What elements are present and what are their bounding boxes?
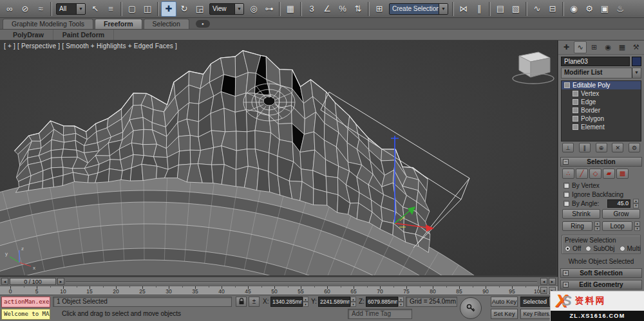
- shrink-button[interactable]: Shrink: [562, 209, 600, 219]
- chevron-down-icon[interactable]: ▼: [439, 4, 448, 14]
- configure-modifier-sets-button[interactable]: ⚙: [629, 143, 640, 152]
- select-and-scale-icon[interactable]: ◲: [192, 1, 207, 17]
- collapse-icon[interactable]: −: [563, 159, 569, 165]
- ribbon-tab-freeform[interactable]: Freeform: [95, 19, 142, 29]
- snaps-toggle-icon[interactable]: 3: [304, 1, 319, 17]
- set-keys-button[interactable]: [460, 297, 482, 319]
- unlink-selection-icon[interactable]: ⊘: [17, 1, 33, 17]
- element-subobject-button[interactable]: ▩: [616, 169, 629, 179]
- ribbon-tab-graphite-modeling-tools[interactable]: Graphite Modeling Tools: [3, 19, 93, 29]
- chevron-down-icon[interactable]: ▼: [632, 68, 641, 78]
- by-vertex-checkbox[interactable]: By Vertex: [558, 181, 644, 190]
- perspective-viewport[interactable]: xyz [ + ] [ Perspective ] [ Smooth + Hig…: [0, 41, 558, 277]
- polygon-subobject-button[interactable]: ▰: [603, 169, 615, 179]
- named-selection-sets-dropdown[interactable]: Create Selection Se▼: [389, 3, 448, 15]
- coord-y-field[interactable]: 2241.589mm: [318, 297, 350, 307]
- layer-manager-icon[interactable]: ▤: [493, 1, 508, 17]
- ribbon-tab-selection[interactable]: Selection: [144, 19, 189, 29]
- use-pivot-point-center-icon[interactable]: ◎: [246, 1, 261, 17]
- render-setup-icon[interactable]: ⚙: [582, 1, 597, 17]
- coord-z-field[interactable]: 6079.885mm: [366, 297, 398, 307]
- grow-button[interactable]: Grow: [602, 209, 640, 219]
- absolute-offset-toggle-icon[interactable]: ±: [249, 297, 260, 307]
- select-and-move-icon[interactable]: ✚: [161, 1, 176, 17]
- select-and-rotate-icon[interactable]: ↻: [176, 1, 192, 17]
- render-production-icon[interactable]: ♨: [612, 1, 628, 17]
- auto-key-button[interactable]: Auto Key: [491, 297, 518, 307]
- ignore-backfacing-checkbox[interactable]: Ignore Backfacing: [558, 190, 644, 199]
- modifier-list-dropdown[interactable]: Modifier List ▼: [561, 68, 641, 78]
- select-and-manipulate-icon[interactable]: ⊶: [261, 1, 277, 17]
- loop-spinner[interactable]: ▴▾: [634, 221, 640, 231]
- stack-item-vertex[interactable]: Vertex: [562, 89, 641, 98]
- checkbox-icon[interactable]: [564, 201, 569, 206]
- select-and-link-icon[interactable]: ∞: [2, 1, 17, 17]
- preview-multi-radio[interactable]: Multi: [620, 245, 641, 252]
- edit-named-selection-sets-icon[interactable]: ⊞: [372, 1, 387, 17]
- soft-selection-rollout-header[interactable]: +Soft Selection: [560, 268, 642, 278]
- stack-item-element[interactable]: Element: [562, 123, 641, 131]
- expand-icon[interactable]: +: [563, 270, 569, 276]
- stack-item-editable-poly[interactable]: Editable Poly: [562, 81, 641, 89]
- mirror-icon[interactable]: ⋈: [456, 1, 471, 17]
- graphite-ribbon-toggle-icon[interactable]: ▧: [508, 1, 524, 17]
- slider-scroll-right-icon[interactable]: ►: [549, 278, 556, 285]
- coord-x-spinner[interactable]: ▴▾: [303, 297, 308, 307]
- display-tab[interactable]: ▦: [616, 41, 629, 53]
- object-name-field[interactable]: Plane03: [561, 57, 630, 66]
- motion-tab[interactable]: ◉: [601, 41, 615, 53]
- preview-subobj-radio[interactable]: SubObj: [585, 245, 614, 252]
- selection-rollout-header[interactable]: − Selection: [560, 157, 642, 167]
- selection-filter-dropdown[interactable]: All▼: [56, 3, 86, 15]
- coord-y-spinner[interactable]: ▴▾: [350, 297, 356, 307]
- checkbox-icon[interactable]: [564, 192, 569, 197]
- add-time-tag-field[interactable]: Add Time Tag: [348, 309, 412, 319]
- ring-button[interactable]: Ring: [562, 221, 592, 231]
- ribbon-panel-paint-deform[interactable]: Paint Deform: [53, 30, 114, 40]
- maxscript-listener-field[interactable]: Welcome to MAX!: [1, 309, 50, 320]
- chevron-down-icon[interactable]: ▼: [76, 4, 85, 14]
- selection-lock-icon[interactable]: [236, 297, 247, 307]
- time-slider[interactable]: 0 / 100: [10, 278, 56, 285]
- utilities-tab[interactable]: ⚒: [629, 41, 643, 53]
- previous-frame-icon[interactable]: ◄: [1, 278, 8, 285]
- create-tab[interactable]: ✚: [560, 41, 573, 53]
- loop-button[interactable]: Loop: [602, 221, 632, 231]
- select-by-name-icon[interactable]: ≡: [103, 1, 118, 17]
- preview-off-radio[interactable]: Off: [565, 245, 581, 252]
- rectangular-selection-region-icon[interactable]: ▢: [124, 1, 140, 17]
- make-unique-button[interactable]: ⊕: [596, 143, 607, 152]
- border-subobject-button[interactable]: ◇: [589, 169, 601, 179]
- reference-coordinate-system-dropdown[interactable]: View▼: [209, 3, 244, 15]
- by-angle-spinner[interactable]: ▴▾: [633, 199, 639, 208]
- schematic-view-icon[interactable]: ⊟: [545, 1, 560, 17]
- bind-to-space-warp-icon[interactable]: ≈: [33, 1, 48, 17]
- edit-geometry-rollout-header[interactable]: +Edit Geometry: [560, 280, 642, 289]
- set-key-button[interactable]: Set Key: [491, 309, 518, 319]
- align-icon[interactable]: ∥: [471, 1, 487, 17]
- remove-modifier-button[interactable]: ✕: [612, 143, 623, 152]
- angle-snap-icon[interactable]: ∠: [319, 1, 335, 17]
- stack-item-edge[interactable]: Edge: [562, 98, 641, 106]
- ribbon-config-button[interactable]: ●: [196, 20, 210, 28]
- stack-item-polygon[interactable]: Polygon: [562, 115, 641, 123]
- rendered-frame-window-icon[interactable]: ▣: [597, 1, 612, 17]
- ring-spinner[interactable]: ▴▾: [594, 221, 600, 231]
- hierarchy-tab[interactable]: ⊞: [587, 41, 601, 53]
- by-angle-field[interactable]: 45.0: [607, 199, 630, 208]
- object-color-swatch[interactable]: [632, 57, 641, 66]
- keyboard-shortcut-override-icon[interactable]: ▦: [283, 1, 298, 17]
- slider-scroll-left-icon[interactable]: ◄: [540, 278, 547, 285]
- stack-item-border[interactable]: Border: [562, 106, 641, 115]
- coord-z-spinner[interactable]: ▴▾: [398, 297, 404, 307]
- macro-recorder-field[interactable]: actionMan.exec: [1, 297, 50, 307]
- ribbon-panel-polydraw[interactable]: PolyDraw: [4, 30, 53, 40]
- modify-tab[interactable]: ∿: [574, 41, 587, 53]
- track-bar[interactable]: 0510152025303540455055606570758085909510…: [0, 286, 558, 295]
- edge-subobject-button[interactable]: ╱: [576, 169, 588, 179]
- viewport-label[interactable]: [ + ] [ Perspective ] [ Smooth + Highlig…: [4, 42, 177, 50]
- coord-x-field[interactable]: 1340.285mm: [270, 297, 303, 307]
- percent-snap-icon[interactable]: %: [335, 1, 350, 17]
- spinner-snap-icon[interactable]: ⇅: [350, 1, 366, 17]
- material-editor-icon[interactable]: ◉: [566, 1, 582, 17]
